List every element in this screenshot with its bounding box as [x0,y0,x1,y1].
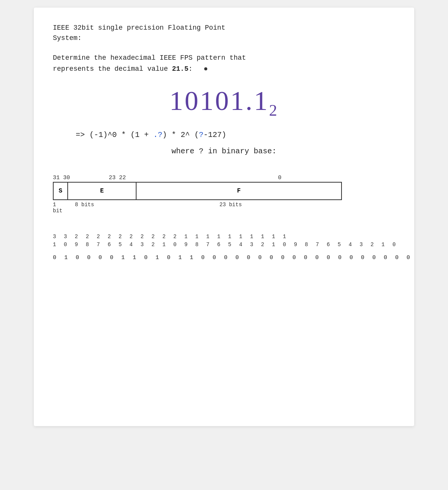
bit-labels-top: 31 30 23 22 0 [53,175,395,181]
bit-numbers-row1: 3 3 2 2 2 2 2 2 2 2 2 2 1 1 1 1 1 1 1 1 … [53,233,395,241]
bit-numbers-section: 3 3 2 2 2 2 2 2 2 2 2 2 1 1 1 1 1 1 1 1 … [53,233,395,263]
title-line1: IEEE 32bit single precision Floating Poi… [53,23,395,33]
bit-labels-bottom: 1 bit 8 bits 23 bits [53,202,395,214]
exponent-field: E [68,183,137,199]
formula-suffix: -127) [203,130,226,139]
formula-blue1: .? [153,130,162,139]
bit-box-row: S E F [53,182,342,200]
label-0: 0 [278,175,281,181]
page-container: IEEE 32bit single precision Floating Poi… [34,8,414,426]
sign-field: S [54,183,68,199]
decimal-value: 21.5 [172,65,188,73]
question-block: Determine the hexadecimal IEEE FPS patte… [53,52,395,75]
where-block: where ? in binary base: [53,147,395,156]
title-line2: System: [53,33,395,43]
formula-prefix: => (-1)^0 * (1 + [76,130,153,139]
label-23bit: 23 bits [181,202,326,214]
binary-values-row: 0 1 0 0 0 0 1 1 0 1 0 1 1 0 0 0 0 0 0 0 … [53,253,395,263]
label-23-22: 23 22 [109,175,126,181]
where-text: where ? in binary base: [172,147,276,156]
binary-value: 10101.12 [170,86,279,116]
formula-block: => (-1)^0 * (1 + .?) * 2^ (?-127) [76,130,395,139]
label-31-30: 31 30 [53,175,70,181]
binary-display: 10101.12 [53,86,395,119]
bullet-decoration [204,67,207,70]
question-line2: represents the decimal value 21.5: [53,64,395,75]
subscript-2: 2 [269,102,279,119]
formula-mid: ) * 2^ ( [162,130,199,139]
fraction-field: F [137,183,341,199]
title-block: IEEE 32bit single precision Floating Poi… [53,23,395,43]
formula-blue2: ? [199,130,203,139]
question-line1: Determine the hexadecimal IEEE FPS patte… [53,52,395,64]
bit-numbers-row2: 1 0 9 8 7 6 5 4 3 2 1 0 9 8 7 6 5 4 3 2 … [53,241,395,249]
bit-diagram: 31 30 23 22 0 S E F 1 bit 8 bits 23 bits [53,175,395,214]
label-8bit: 8 bits [75,202,143,214]
label-1bit: 1 bit [53,202,67,214]
